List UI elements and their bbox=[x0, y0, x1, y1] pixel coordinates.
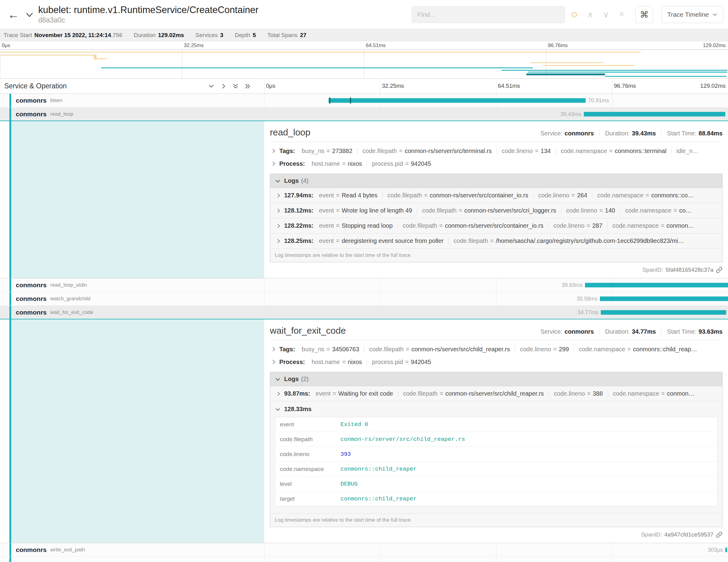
attribute: code.namespace=conmon… bbox=[608, 390, 695, 397]
collapse-all-button[interactable] bbox=[232, 83, 239, 90]
chevron-right-icon bbox=[271, 360, 275, 364]
logs-header[interactable]: Logs(4) bbox=[270, 174, 722, 188]
attribute-value: conmon… bbox=[667, 390, 695, 397]
span-row[interactable] bbox=[0, 557, 728, 562]
span-row[interactable]: conmonrswait_for_exit_code34.77ms bbox=[0, 306, 728, 319]
span-row-name-column[interactable]: conmonrsread_loop bbox=[0, 107, 264, 121]
logs-header[interactable]: Logs(2) bbox=[270, 372, 722, 386]
attribute: code.namespace=conmon… bbox=[607, 222, 694, 229]
minimap-canvas[interactable] bbox=[0, 49, 728, 78]
summary-value-fraction: .756 bbox=[111, 32, 122, 38]
next-match-icon[interactable]: ∨ bbox=[600, 10, 612, 19]
expand-one-button[interactable] bbox=[220, 83, 227, 90]
span-row[interactable]: conmonrswatch_grandchild35.58ms bbox=[0, 292, 728, 306]
span-row-timeline[interactable] bbox=[264, 557, 728, 562]
chevron-right-icon bbox=[271, 347, 275, 351]
span-duration-bar[interactable] bbox=[600, 297, 728, 301]
attribute-value: /home/sascha/.cargo/registry/src/github.… bbox=[496, 237, 684, 244]
log-entry[interactable]: 128.25ms:event=deregistering event sourc… bbox=[270, 233, 722, 249]
attribute-equals: = bbox=[490, 237, 494, 244]
attribute: code.filepath=conmon-rs/server/src/cri_l… bbox=[417, 207, 556, 214]
log-entry[interactable]: 93.87ms:event=Waiting for exit codecode.… bbox=[270, 386, 722, 401]
expand-all-button[interactable] bbox=[244, 83, 251, 90]
tags-row[interactable]: Tags:busy_ns=273882code.filepath=conmon-… bbox=[270, 145, 723, 157]
back-button[interactable]: ← bbox=[5, 9, 21, 20]
prev-match-icon[interactable]: ∧ bbox=[584, 10, 597, 19]
span-row[interactable]: conmonrsread_loop39.43ms bbox=[0, 107, 728, 121]
span-row-name-column[interactable]: conmonrsread_loop_stdin bbox=[0, 278, 264, 292]
span-row-name-column[interactable]: conmonrswrite_exit_path bbox=[0, 543, 264, 557]
span-row[interactable]: conmonrswrite_exit_path303μs bbox=[0, 543, 728, 557]
minimap-span-segment bbox=[543, 65, 635, 66]
attribute: code.lineno=287 bbox=[548, 222, 602, 229]
span-row-timeline[interactable]: 39.69ms bbox=[264, 278, 728, 292]
trace-header-collapse-toggle[interactable] bbox=[26, 11, 33, 18]
copy-link-button[interactable] bbox=[716, 531, 723, 538]
log-entry-expanded: 128.33mseventExited 0code.filepathconmon… bbox=[270, 401, 722, 513]
log-entry[interactable]: 128.22ms:event=Stopping read loopcode.fi… bbox=[270, 218, 722, 233]
span-row[interactable]: conmonrslisten70.91ms bbox=[0, 94, 728, 107]
attribute-value: conmonrs::child_reap… bbox=[633, 346, 697, 353]
attribute-key: host.name bbox=[312, 160, 340, 167]
process-row[interactable]: Process:host.name=nixosprocess.pid=94204… bbox=[270, 356, 723, 368]
span-detail-meta: Service:conmonrsDuration:39.43msStart Ti… bbox=[540, 130, 723, 137]
copy-link-button[interactable] bbox=[716, 267, 723, 273]
span-duration-bar[interactable] bbox=[328, 98, 586, 103]
log-entry[interactable]: 127.94ms:event=Read 4 bytescode.filepath… bbox=[270, 188, 722, 203]
trace-minimap[interactable]: 0μs32.25ms64.51ms96.76ms129.02ms bbox=[0, 41, 728, 79]
attribute-equals: = bbox=[553, 346, 557, 353]
span-row-name-column[interactable] bbox=[0, 557, 264, 562]
span-row-timeline[interactable]: 303μs bbox=[264, 543, 728, 557]
span-duration-bar[interactable] bbox=[601, 310, 726, 315]
span-meta-duration: Duration:34.77ms bbox=[599, 328, 656, 335]
span-detail-left-fill bbox=[0, 121, 264, 278]
span-id-row: SpanID:4a947cfd1ce59537 bbox=[270, 531, 723, 538]
span-row-name-column[interactable]: conmonrslisten bbox=[0, 94, 264, 107]
find-input[interactable] bbox=[412, 6, 565, 23]
span-rows: conmonrslisten70.91msconmonrsread_loop39… bbox=[0, 94, 728, 562]
summary-value: 5 bbox=[253, 32, 256, 38]
span-duration-bar[interactable] bbox=[725, 548, 727, 552]
log-field-row: code.filepathconmon-rs/server/src/child_… bbox=[275, 432, 718, 447]
attribute: code.filepath=conmon-rs/server/src/conta… bbox=[382, 192, 528, 199]
collapse-one-button[interactable] bbox=[208, 83, 215, 90]
divider bbox=[270, 142, 723, 142]
log-entry-header[interactable]: 128.33ms bbox=[275, 406, 718, 413]
attribute-value: nixos bbox=[348, 359, 362, 365]
timeline-tick-label: 96.76ms bbox=[614, 83, 636, 89]
span-detail-panel: wait_for_exit_codeService:conmonrsDurati… bbox=[264, 319, 728, 543]
attribute-equals: = bbox=[609, 148, 613, 154]
attribute-key: idle_n… bbox=[676, 148, 699, 154]
attribute-value: conmonrs::terminal bbox=[615, 148, 666, 154]
service-name: conmonrs bbox=[16, 546, 47, 553]
log-field-value: conmon-rs/server/src/child_reaper.rs bbox=[336, 432, 718, 447]
span-row-name-column[interactable]: conmonrswait_for_exit_code bbox=[0, 306, 264, 319]
span-row-timeline[interactable]: 39.43ms bbox=[264, 107, 728, 121]
attribute: code.filepath=conmon-rs/server/src/conta… bbox=[397, 222, 543, 229]
trace-view-selector[interactable]: Trace Timeline bbox=[662, 6, 723, 23]
span-row-name-column[interactable]: conmonrswatch_grandchild bbox=[0, 292, 264, 305]
keyboard-shortcuts-button[interactable]: ⌘ bbox=[635, 6, 653, 23]
span-color-bar bbox=[9, 292, 11, 305]
tags-row-label: Tags: bbox=[279, 346, 295, 353]
attribute: code.namespace=conmonrs::co… bbox=[592, 192, 694, 199]
attribute-equals: = bbox=[342, 359, 346, 365]
tags-row[interactable]: Tags:busy_ns=34506763code.filepath=conmo… bbox=[270, 343, 723, 356]
clear-search-icon[interactable]: × bbox=[615, 10, 628, 19]
attribute-value: Waiting for exit code bbox=[338, 390, 393, 397]
span-row-timeline[interactable]: 70.91ms bbox=[264, 94, 728, 107]
span-row-timeline[interactable]: 35.58ms bbox=[264, 292, 728, 305]
log-timestamp: 128.12ms: bbox=[284, 207, 314, 214]
attribute-value: conmon-rs/server/src/child_reaper.rs bbox=[445, 390, 544, 397]
log-entry[interactable]: 128.12ms:event=Wrote log line of length … bbox=[270, 203, 722, 218]
log-field-value: DEBUG bbox=[336, 477, 718, 492]
attribute-equals: = bbox=[459, 207, 462, 214]
span-duration-bar[interactable] bbox=[585, 283, 728, 288]
span-row-timeline[interactable]: 34.77ms bbox=[264, 306, 728, 319]
process-row[interactable]: Process:host.name=nixosprocess.pid=94204… bbox=[270, 157, 723, 170]
span-meta-start-time: Start Time:88.84ms bbox=[661, 130, 723, 137]
process-row-list: host.name=nixosprocess.pid=942045 bbox=[312, 160, 723, 167]
attribute: code.lineno=299 bbox=[515, 346, 569, 353]
span-row[interactable]: conmonrsread_loop_stdin39.69ms bbox=[0, 278, 728, 292]
span-duration-bar[interactable] bbox=[584, 112, 725, 116]
